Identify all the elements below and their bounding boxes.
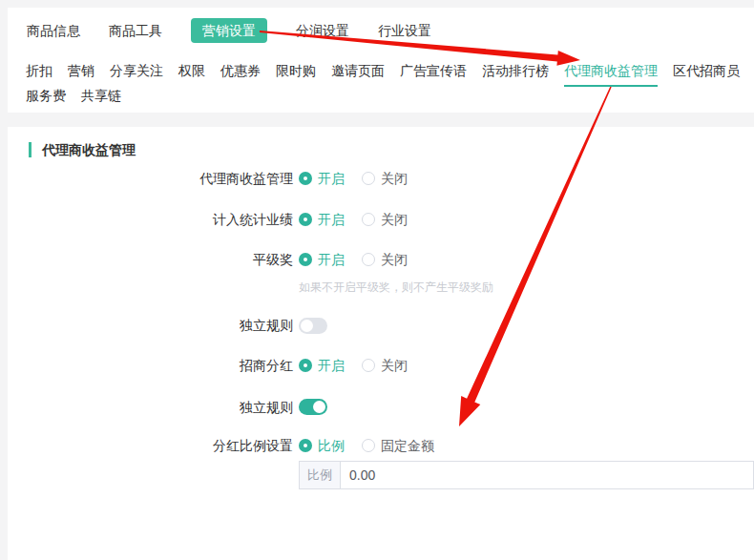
radio-unselected-icon[interactable] xyxy=(362,439,375,452)
tab-marketing-settings[interactable]: 营销设置 xyxy=(191,18,267,43)
label-agent-revenue-management: 代理商收益管理 xyxy=(8,169,293,188)
subtab-permission[interactable]: 权限 xyxy=(178,61,205,80)
label-independent-rule-1: 独立规则 xyxy=(8,316,293,335)
switch-knob xyxy=(313,401,325,413)
radio-option-label: 开启 xyxy=(318,250,345,269)
subtab-agent-revenue-management[interactable]: 代理商收益管理 xyxy=(564,61,658,80)
tab-profit-settings[interactable]: 分润设置 xyxy=(296,18,349,43)
radio-option-on[interactable]: 开启 xyxy=(299,250,345,269)
subtab-service-fee[interactable]: 服务费 xyxy=(26,86,66,105)
radio-group-investment-dividend: 开启 关闭 xyxy=(299,356,408,375)
radio-option-label: 开启 xyxy=(318,356,345,375)
radio-selected-icon[interactable] xyxy=(299,253,312,266)
radio-option-on[interactable]: 开启 xyxy=(299,169,345,188)
radio-option-fixed-amount[interactable]: 固定金额 xyxy=(362,436,434,455)
label-count-into-stats: 计入统计业绩 xyxy=(8,210,293,229)
radio-option-label: 比例 xyxy=(318,436,345,455)
radio-option-label: 固定金额 xyxy=(381,436,434,455)
tab-product-info[interactable]: 商品信息 xyxy=(27,18,80,43)
radio-unselected-icon[interactable] xyxy=(362,253,375,266)
primary-nav: 商品信息 商品工具 营销设置 分润设置 行业设置 xyxy=(27,18,754,43)
subtab-district-agent-recruiter[interactable]: 区代招商员 xyxy=(673,61,740,80)
radio-option-label: 关闭 xyxy=(381,356,408,375)
label-investment-dividend: 招商分红 xyxy=(8,356,293,375)
peer-award-helper-text: 如果不开启平级奖，则不产生平级奖励 xyxy=(299,280,493,295)
subtab-discount[interactable]: 折扣 xyxy=(26,61,52,80)
section-title: 代理商收益管理 xyxy=(42,142,136,157)
ratio-input[interactable] xyxy=(341,462,753,488)
radio-group-peer-award: 开启 关闭 xyxy=(299,250,408,269)
radio-selected-icon[interactable] xyxy=(299,359,312,372)
radio-unselected-icon[interactable] xyxy=(362,359,375,372)
radio-option-off[interactable]: 关闭 xyxy=(362,169,408,188)
switch-knob xyxy=(301,320,313,332)
tab-product-tools[interactable]: 商品工具 xyxy=(109,18,162,43)
radio-option-off[interactable]: 关闭 xyxy=(362,250,408,269)
section-accent-bar xyxy=(29,142,31,157)
radio-option-ratio[interactable]: 比例 xyxy=(299,436,345,455)
radio-option-label: 关闭 xyxy=(381,210,408,229)
label-peer-award: 平级奖 xyxy=(8,250,293,269)
subtab-invite-page[interactable]: 邀请页面 xyxy=(331,61,385,80)
subtab-share-follow[interactable]: 分享关注 xyxy=(110,61,163,80)
radio-group-dividend-ratio: 比例 固定金额 xyxy=(299,436,434,455)
label-dividend-ratio-setting: 分红比例设置 xyxy=(8,436,293,455)
subtab-flash-sale[interactable]: 限时购 xyxy=(276,61,316,80)
ratio-input-prefix: 比例 xyxy=(300,462,341,488)
radio-unselected-icon[interactable] xyxy=(362,172,375,185)
subtab-activity-ranking[interactable]: 活动排行榜 xyxy=(482,61,549,80)
tab-industry-settings[interactable]: 行业设置 xyxy=(378,18,431,43)
radio-selected-icon[interactable] xyxy=(299,439,312,452)
radio-option-label: 关闭 xyxy=(381,250,408,269)
radio-group-agent-revenue: 开启 关闭 xyxy=(299,169,408,188)
secondary-nav: 折扣 营销 分享关注 权限 优惠券 限时购 邀请页面 广告宣传语 活动排行榜 代… xyxy=(26,61,746,105)
subtab-coupon[interactable]: 优惠券 xyxy=(220,61,261,80)
subtab-share-chain[interactable]: 共享链 xyxy=(81,86,121,105)
radio-group-count-into-stats: 开启 关闭 xyxy=(299,210,408,229)
radio-option-label: 开启 xyxy=(318,210,345,229)
subtab-marketing[interactable]: 营销 xyxy=(68,61,94,80)
independent-rule-switch-off[interactable] xyxy=(299,318,327,334)
radio-selected-icon[interactable] xyxy=(299,172,312,185)
ratio-input-group: 比例 xyxy=(299,461,754,489)
subtab-ad-slogan[interactable]: 广告宣传语 xyxy=(400,61,467,80)
radio-option-on[interactable]: 开启 xyxy=(299,356,345,375)
independent-rule-switch-on[interactable] xyxy=(299,399,327,415)
radio-option-off[interactable]: 关闭 xyxy=(362,356,408,375)
tabs-card: 商品信息 商品工具 营销设置 分润设置 行业设置 折扣 营销 分享关注 权限 优… xyxy=(8,8,754,113)
radio-option-label: 开启 xyxy=(318,169,345,188)
radio-selected-icon[interactable] xyxy=(299,213,312,226)
radio-option-label: 关闭 xyxy=(381,169,408,188)
content-card: 代理商收益管理 代理商收益管理 开启 关闭 计入统计业绩 开启 关闭 平级奖 开… xyxy=(8,127,754,560)
radio-option-on[interactable]: 开启 xyxy=(299,210,345,229)
radio-option-off[interactable]: 关闭 xyxy=(362,210,408,229)
label-independent-rule-2: 独立规则 xyxy=(8,398,293,417)
radio-unselected-icon[interactable] xyxy=(362,213,375,226)
